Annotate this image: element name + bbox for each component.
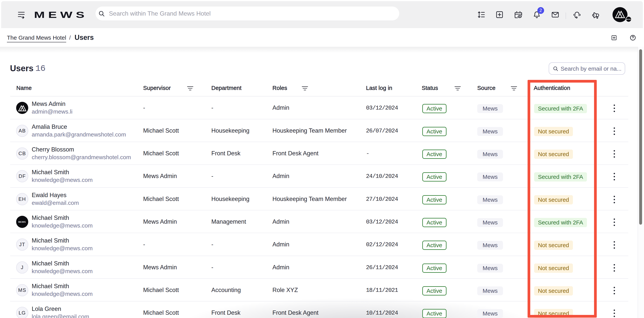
svg-text:MEWS: MEWS bbox=[18, 221, 26, 223]
svg-text:MEWS: MEWS bbox=[34, 10, 88, 20]
svg-text:MEWS: MEWS bbox=[626, 19, 631, 20]
